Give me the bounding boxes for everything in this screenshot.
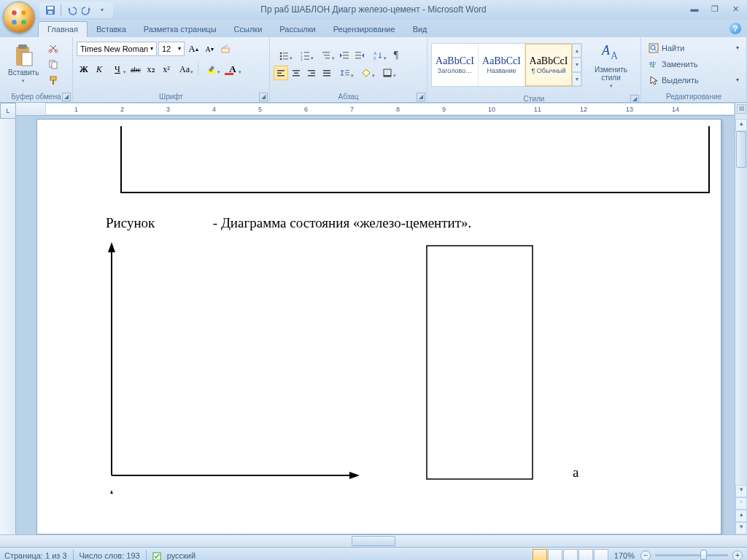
tab-mailings[interactable]: Рассылки [271,22,324,37]
tab-selector[interactable]: L [0,103,16,119]
grow-font-icon[interactable]: A▴ [186,42,201,56]
tab-review[interactable]: Рецензирование [325,22,404,37]
horizontal-ruler[interactable]: 1234567891011121314 [16,103,735,116]
status-language[interactable]: русский [167,551,196,560]
find-button[interactable]: Найти▾ [646,40,742,55]
borders-icon[interactable] [377,66,398,80]
document-area[interactable]: Рисунок - Диаграмма состояния «железо-це… [16,119,735,534]
zoom-in-button[interactable]: + [732,551,743,561]
style-heading[interactable]: AaBbCcIЗаголово… [432,44,479,86]
scroll-thumb[interactable] [736,131,746,168]
shrink-font-icon[interactable]: A▾ [202,42,217,56]
view-full-screen[interactable] [548,549,562,560]
svg-rect-37 [355,55,361,56]
line-spacing-icon[interactable] [335,66,355,80]
view-draft[interactable] [594,549,608,560]
svg-rect-52 [323,75,330,77]
tab-insert[interactable]: Вставка [88,22,135,37]
align-center-icon[interactable] [289,66,303,80]
format-painter-icon[interactable] [46,73,61,88]
font-color-button[interactable]: A [222,62,243,77]
svg-point-20 [280,55,282,57]
scroll-up-icon[interactable]: ▴ [735,119,747,131]
styles-up-icon[interactable]: ▴ [572,44,581,58]
tab-layout[interactable]: Разметка страницы [135,22,225,37]
svg-rect-27 [304,55,309,57]
svg-rect-35 [343,58,349,59]
styles-gallery[interactable]: AaBbCcIЗаголово… AaBbCcIНазвание AaBbCcI… [431,43,582,87]
ruler-toggle-icon[interactable]: ▤ [737,104,746,114]
cut-icon[interactable] [46,41,61,55]
select-button[interactable]: Выделить▾ [646,72,742,88]
increase-indent-icon[interactable] [352,48,367,63]
vertical-ruler[interactable] [0,119,16,534]
style-normal[interactable]: AaBbCcI¶ Обычный [525,44,572,86]
view-outline[interactable] [578,549,593,560]
copy-icon[interactable] [46,57,61,71]
zoom-level[interactable]: 170% [614,551,635,560]
minimize-button[interactable]: ▬ [686,3,703,15]
prev-page-icon[interactable]: ▴ [735,510,747,522]
redo-icon[interactable] [80,4,93,17]
tab-home[interactable]: Главная [38,21,88,37]
font-name-combo[interactable]: Times New Roman▾ [77,42,157,56]
show-marks-icon[interactable]: ¶ [389,48,403,63]
undo-icon[interactable] [65,4,78,17]
bullets-icon[interactable] [274,48,294,63]
replace-button[interactable]: abЗаменить [646,56,742,71]
clipboard-launcher[interactable]: ◢ [62,93,71,101]
clear-format-icon[interactable] [218,42,233,56]
numbering-icon[interactable]: 123 [295,48,315,63]
svg-rect-33 [343,52,349,53]
qat-menu-icon[interactable]: ▾ [96,4,109,17]
highlight-button[interactable] [201,62,222,77]
font-size-combo[interactable]: 12▾ [158,42,185,56]
align-right-icon[interactable] [304,66,319,80]
subscript-button[interactable]: x₂ [144,62,158,77]
svg-rect-19 [283,52,288,54]
paste-button[interactable]: Вставить ▾ [4,42,43,86]
style-title[interactable]: AaBbCcIНазвание [479,44,525,86]
shading-icon[interactable] [356,66,376,80]
tab-references[interactable]: Ссылки [225,22,271,37]
styles-down-icon[interactable]: ▾ [572,58,581,71]
zoom-slider[interactable] [655,554,728,556]
doc-diagram-upper-box [120,126,710,193]
save-icon[interactable] [44,4,57,17]
styles-more-icon[interactable]: ▾ [572,72,581,86]
view-web-layout[interactable] [563,549,578,560]
svg-point-3 [21,20,26,25]
help-icon[interactable]: ? [729,23,741,34]
scroll-down-icon[interactable]: ▾ [735,485,747,497]
sort-icon[interactable]: AZ [368,48,388,63]
vertical-scrollbar[interactable]: ▴ ▾ ◦ ▴ ▾ [735,119,747,534]
decrease-indent-icon[interactable] [337,48,352,63]
status-page[interactable]: Страница: 1 из 3 [4,551,67,560]
font-launcher[interactable]: ◢ [259,93,268,101]
align-left-icon[interactable] [274,66,288,80]
change-styles-button[interactable]: AA Изменить стили ▾ [585,39,637,91]
svg-rect-45 [294,72,298,74]
status-words[interactable]: Число слов: 193 [80,551,140,560]
italic-button[interactable]: К [92,62,107,77]
next-page-icon[interactable]: ▾ [735,522,747,534]
office-button[interactable] [3,1,35,34]
status-proof-icon[interactable] [152,551,163,561]
browse-object-icon[interactable]: ◦ [735,497,747,510]
svg-rect-8 [18,44,27,49]
strike-button[interactable]: abc [128,62,143,77]
paragraph-launcher[interactable]: ◢ [417,93,425,101]
multilevel-icon[interactable] [316,48,336,63]
horizontal-scrollbar[interactable] [0,534,747,547]
change-case-button[interactable]: Aa [174,62,195,77]
close-button[interactable]: ✕ [727,3,744,15]
bold-button[interactable]: Ж [77,62,91,77]
svg-point-22 [280,58,282,60]
zoom-out-button[interactable]: − [640,551,651,561]
underline-button[interactable]: Ч [107,62,128,77]
superscript-button[interactable]: x² [159,62,174,77]
restore-button[interactable]: ❐ [706,3,724,15]
view-print-layout[interactable] [533,549,547,560]
justify-icon[interactable] [320,66,334,80]
tab-view[interactable]: Вид [404,22,436,37]
